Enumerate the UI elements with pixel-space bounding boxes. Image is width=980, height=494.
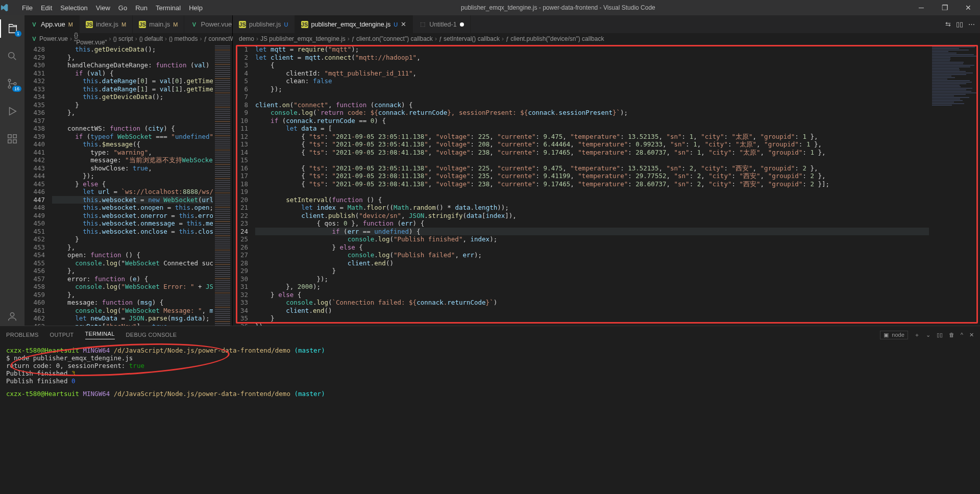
js-icon: JS [86, 21, 93, 28]
split-terminal-icon[interactable]: ▯▯ [937, 332, 943, 338]
explorer-badge: 1 [15, 31, 21, 37]
window-controls: ─ ❐ ✕ [910, 4, 980, 12]
activity-bar: 1 16 [0, 15, 24, 326]
breadcrumb-right[interactable]: demo› JS publisher_emqx_tdengine.js› ƒcl… [233, 33, 980, 44]
svg-point-0 [9, 53, 14, 58]
terminal-line: $ node publisher_emqx_tdengine.js [6, 354, 974, 362]
terminal-shell-select[interactable]: ▣ node [880, 331, 908, 339]
panel-tab-output[interactable]: OUTPUT [50, 332, 74, 338]
breadcrumb-left[interactable]: VPower.vue› {} "Power.vue"› {}script› {}… [24, 33, 232, 44]
accounts-icon[interactable] [0, 307, 24, 326]
tab-label: Power.vue [201, 20, 232, 28]
menu-run[interactable]: Run [131, 4, 152, 12]
code-right[interactable]: let mqtt = require("mqtt");let client = … [255, 44, 929, 326]
brace-icon: {} [139, 36, 143, 42]
svg-rect-4 [8, 135, 11, 138]
method-icon: ƒ [506, 36, 509, 42]
vue-icon: V [190, 21, 198, 28]
minimap-right[interactable] [929, 44, 980, 326]
panel-tab-terminal[interactable]: TERMINAL [85, 331, 115, 339]
terminal-body[interactable]: cxzx-t580@Heartsuit MINGW64 /d/JavaScrip… [0, 343, 980, 417]
panel-tabs: PROBLEMS OUTPUT TERMINAL DEBUG CONSOLE ▣… [0, 326, 980, 343]
editor-left[interactable]: 4284294304314324334344354364374384394404… [24, 44, 232, 326]
menu-terminal[interactable]: Terminal [152, 4, 185, 12]
close-panel-icon[interactable]: ✕ [969, 332, 974, 338]
maximize-panel-icon[interactable]: ^ [961, 332, 963, 338]
search-icon[interactable] [0, 47, 24, 65]
modified-indicator: M [68, 21, 73, 28]
menu-go[interactable]: Go [114, 4, 131, 12]
panel: PROBLEMS OUTPUT TERMINAL DEBUG CONSOLE ▣… [0, 326, 980, 417]
tab-label: publisher.js [249, 21, 281, 28]
dirty-dot-icon [460, 22, 464, 27]
run-debug-icon[interactable] [0, 102, 24, 120]
tab-untitled[interactable]: ⬚ Untitled-1 [413, 15, 471, 33]
tab-label: publisher_emqx_tdengine.js [311, 21, 391, 28]
file-icon: ⬚ [419, 21, 426, 28]
tab-app-vue[interactable]: V App.vue M [24, 15, 80, 33]
menu-view[interactable]: View [92, 4, 114, 12]
tab-publisher-emqx[interactable]: JS publisher_emqx_tdengine.js U ✕ [295, 15, 413, 33]
close-icon[interactable]: ✕ [401, 20, 406, 28]
gutter-left: 4284294304314324334344354364374384394404… [24, 44, 52, 326]
extensions-icon[interactable] [0, 130, 24, 148]
menu-file[interactable]: File [18, 4, 37, 12]
js-icon: JS [301, 21, 308, 28]
editor-left-pane: V App.vue M JS index.js M JS main.js M [24, 15, 233, 326]
panel-tab-debug[interactable]: DEBUG CONSOLE [126, 332, 177, 338]
tab-label: App.vue [41, 20, 65, 28]
terminal-line: cxzx-t580@Heartsuit MINGW64 /d/JavaScrip… [6, 347, 974, 354]
menu-selection[interactable]: Selection [56, 4, 91, 12]
vue-icon: V [31, 21, 38, 28]
editor-right[interactable]: 1234567891011121314151617181920212223242… [233, 44, 980, 326]
compare-icon[interactable]: ⇆ [945, 20, 951, 28]
scm-badge: 16 [12, 86, 21, 92]
js-icon: JS [139, 21, 146, 28]
code-left[interactable]: this.getDeviceData(); }, handleChangeDat… [52, 44, 213, 326]
tab-label: main.js [149, 20, 170, 28]
svg-point-2 [8, 86, 11, 88]
title-bar: File Edit Selection View Go Run Terminal… [0, 0, 980, 15]
unsaved-indicator: U [394, 21, 398, 28]
method-icon: ƒ [204, 36, 207, 42]
tab-publisher-js[interactable]: JS publisher.js U [233, 15, 295, 33]
explorer-icon[interactable]: 1 [0, 19, 24, 38]
close-button[interactable]: ✕ [957, 4, 980, 12]
minimap-left[interactable] [213, 44, 232, 326]
svg-point-1 [8, 79, 11, 82]
menu-edit[interactable]: Edit [37, 4, 56, 12]
js-icon: JS [239, 21, 246, 28]
panel-tab-problems[interactable]: PROBLEMS [6, 332, 39, 338]
menu-help[interactable]: Help [185, 4, 207, 12]
vue-icon: V [31, 35, 38, 42]
more-icon[interactable]: ⋯ [968, 20, 975, 28]
vscode-icon [0, 4, 18, 12]
terminal-line: return code: 0, sessionPresent: true [6, 362, 974, 369]
split-icon[interactable]: ▯▯ [956, 20, 963, 28]
unsaved-indicator: U [284, 21, 288, 28]
terminal-line: cxzx-t580@Heartsuit MINGW64 /d/JavaScrip… [6, 390, 974, 398]
tabs-right: JS publisher.js U JS publisher_emqx_tden… [233, 15, 980, 33]
editor-right-pane: JS publisher.js U JS publisher_emqx_tden… [233, 15, 980, 326]
trash-icon[interactable]: 🗑 [949, 332, 954, 338]
method-icon: ƒ [352, 36, 355, 42]
minimize-button[interactable]: ─ [910, 4, 933, 12]
tab-index-js[interactable]: JS index.js M [80, 15, 133, 33]
svg-point-8 [10, 313, 14, 316]
svg-rect-6 [8, 140, 11, 143]
gutter-right: 1234567891011121314151617181920212223242… [233, 44, 255, 326]
new-terminal-icon[interactable]: ＋ [914, 331, 920, 339]
chevron-down-icon[interactable]: ⌄ [926, 332, 930, 338]
source-control-icon[interactable]: 16 [0, 75, 24, 93]
terminal-icon: ▣ [884, 332, 889, 338]
tabs-left: V App.vue M JS index.js M JS main.js M [24, 15, 232, 33]
svg-point-3 [14, 83, 16, 85]
status-bar[interactable] [0, 417, 980, 429]
method-icon: ƒ [439, 36, 442, 42]
window-title: publisher_emqx_tdengine.js - power-data-… [207, 4, 910, 11]
maximize-button[interactable]: ❐ [933, 4, 957, 12]
tab-main-js[interactable]: JS main.js M [133, 15, 184, 33]
terminal-line: Publish finished 3 [6, 369, 974, 377]
svg-rect-5 [13, 135, 16, 138]
tab-label: Untitled-1 [429, 21, 457, 28]
